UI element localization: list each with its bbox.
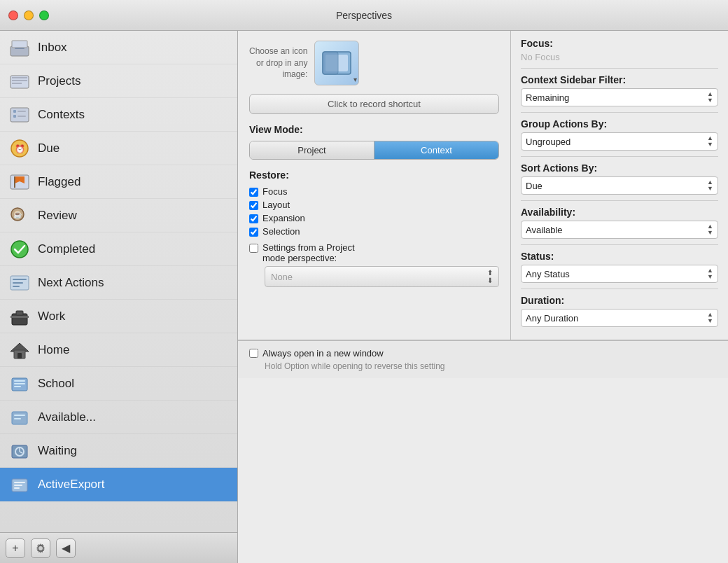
group-actions-by-select[interactable]: Ungrouped ▲ ▼ (521, 132, 718, 151)
sidebar-label-inbox: Inbox (38, 41, 67, 55)
svg-point-47 (38, 546, 43, 550)
restore-selection-item: Selection (249, 226, 499, 237)
view-mode-label: View Mode: (249, 124, 499, 135)
sort-actions-by-select[interactable]: Due ▲ ▼ (521, 176, 718, 195)
svg-rect-33 (14, 383, 25, 384)
gear-button[interactable] (31, 538, 50, 558)
group-actions-by-value: Ungrouped (526, 137, 570, 147)
availability-label: Availability: (521, 207, 718, 218)
sidebar-item-available[interactable]: Available... (0, 401, 237, 434)
restore-project-mode-checkbox[interactable] (249, 244, 258, 253)
sidebar-item-contexts[interactable]: Contexts (0, 98, 237, 132)
icon-preview[interactable]: ▾ (314, 41, 359, 85)
close-button[interactable] (8, 11, 18, 20)
sidebar-item-work[interactable]: Work (0, 300, 237, 333)
stepper-down-icon: ▼ (707, 318, 713, 324)
svg-rect-30 (18, 353, 22, 359)
svg-rect-32 (14, 380, 25, 382)
restore-items: Focus Layout Expansion Selection (249, 186, 499, 287)
none-select-button[interactable]: None ⬆⬇ (265, 266, 499, 287)
sidebar-item-active-export[interactable]: ActiveExport (0, 468, 237, 501)
top-section: Choose an icon or drop in any image: ▾ C… (238, 31, 728, 340)
sidebar-item-completed[interactable]: Completed (0, 232, 237, 266)
sidebar-label-contexts: Contexts (38, 108, 85, 122)
maximize-button[interactable] (39, 11, 49, 20)
availability-section: Availability: Available ▲ ▼ (521, 207, 718, 245)
sidebar-label-due: Due (38, 141, 59, 155)
stepper-down-icon: ▼ (707, 97, 713, 104)
sidebar-label-home: Home (38, 343, 69, 357)
restore-layout-checkbox[interactable] (249, 201, 258, 210)
icon-dropdown-arrow: ▾ (354, 76, 357, 83)
add-perspective-button[interactable]: + (6, 538, 25, 558)
svg-rect-24 (13, 286, 20, 287)
work-icon (8, 305, 31, 328)
stepper-down-icon: ▼ (707, 274, 713, 280)
record-shortcut-button[interactable]: Click to record shortcut (249, 94, 499, 114)
svg-rect-22 (13, 279, 27, 280)
hold-option-text: Hold Option while opening to reverse thi… (265, 361, 717, 371)
status-label: Status: (521, 251, 718, 262)
sidebar-item-waiting[interactable]: Waiting (0, 434, 237, 468)
context-sidebar-filter-select[interactable]: Remaining ▲ ▼ (521, 88, 718, 106)
availability-value: Available (526, 225, 563, 235)
svg-point-20 (11, 241, 28, 258)
sidebar-item-flagged[interactable]: Flagged (0, 165, 237, 199)
main-layout: Inbox Projects (0, 31, 728, 563)
projects-icon (8, 70, 31, 92)
view-mode-project-button[interactable]: Project (250, 141, 374, 159)
icon-row: Choose an icon or drop in any image: ▾ (249, 41, 499, 85)
restore-label: Restore: (249, 169, 499, 181)
flagged-icon (8, 171, 31, 193)
restore-expansion-checkbox[interactable] (249, 214, 258, 223)
restore-expansion-label: Expansion (262, 213, 305, 223)
duration-stepper[interactable]: ▲ ▼ (707, 312, 713, 324)
contexts-icon (8, 104, 31, 126)
sidebar-item-inbox[interactable]: Inbox (0, 31, 237, 64)
sidebar-item-home[interactable]: Home (0, 333, 237, 367)
svg-rect-5 (12, 80, 27, 81)
none-select-text: None (271, 272, 487, 282)
duration-label: Duration: (521, 295, 718, 306)
restore-focus-label: Focus (262, 186, 287, 197)
view-mode-buttons: Project Context (249, 141, 499, 160)
focus-section: Focus: No Focus (521, 38, 718, 69)
always-open-row: Always open in a new window (249, 348, 717, 359)
status-select[interactable]: Any Status ▲ ▼ (521, 265, 718, 283)
restore-selection-checkbox[interactable] (249, 228, 258, 237)
sidebar-label-next-actions: Next Actions (38, 276, 104, 290)
home-icon (8, 339, 31, 361)
status-stepper[interactable]: ▲ ▼ (707, 267, 713, 280)
svg-rect-50 (323, 52, 338, 74)
sort-actions-by-stepper[interactable]: ▲ ▼ (707, 179, 713, 192)
restore-focus-checkbox[interactable] (249, 188, 258, 197)
active-export-icon (8, 473, 31, 496)
minimize-button[interactable] (24, 11, 34, 20)
svg-rect-7 (10, 108, 29, 122)
sidebar-item-projects[interactable]: Projects (0, 64, 237, 98)
duration-select[interactable]: Any Duration ▲ ▼ (521, 309, 718, 327)
status-section: Status: Any Status ▲ ▼ (521, 251, 718, 289)
availability-select[interactable]: Available ▲ ▼ (521, 221, 718, 239)
svg-rect-23 (13, 282, 23, 284)
sidebar-label-completed: Completed (38, 242, 95, 256)
restore-selection-label: Selection (262, 226, 300, 237)
sidebar-item-review[interactable]: ☕ Review (0, 199, 237, 232)
sidebar: Inbox Projects (0, 31, 238, 563)
duration-value: Any Duration (526, 313, 578, 324)
always-open-checkbox[interactable] (249, 349, 258, 358)
sidebar-item-next-actions[interactable]: Next Actions (0, 266, 237, 300)
sidebar-item-school[interactable]: School (0, 367, 237, 401)
sidebar-item-due[interactable]: ⏰ Due (0, 132, 237, 165)
view-mode-context-button[interactable]: Context (374, 141, 498, 159)
group-actions-by-stepper[interactable]: ▲ ▼ (707, 135, 713, 148)
svg-rect-8 (13, 110, 16, 113)
context-sidebar-filter-stepper[interactable]: ▲ ▼ (707, 91, 713, 104)
svg-rect-37 (14, 418, 21, 419)
context-sidebar-filter-value: Remaining (526, 92, 569, 103)
sidebar-label-flagged: Flagged (38, 175, 80, 189)
availability-stepper[interactable]: ▲ ▼ (707, 223, 713, 236)
left-panel: Choose an icon or drop in any image: ▾ C… (238, 31, 511, 340)
sidebar-toggle-button[interactable]: ◀ (56, 538, 76, 558)
status-value: Any Status (526, 269, 570, 279)
